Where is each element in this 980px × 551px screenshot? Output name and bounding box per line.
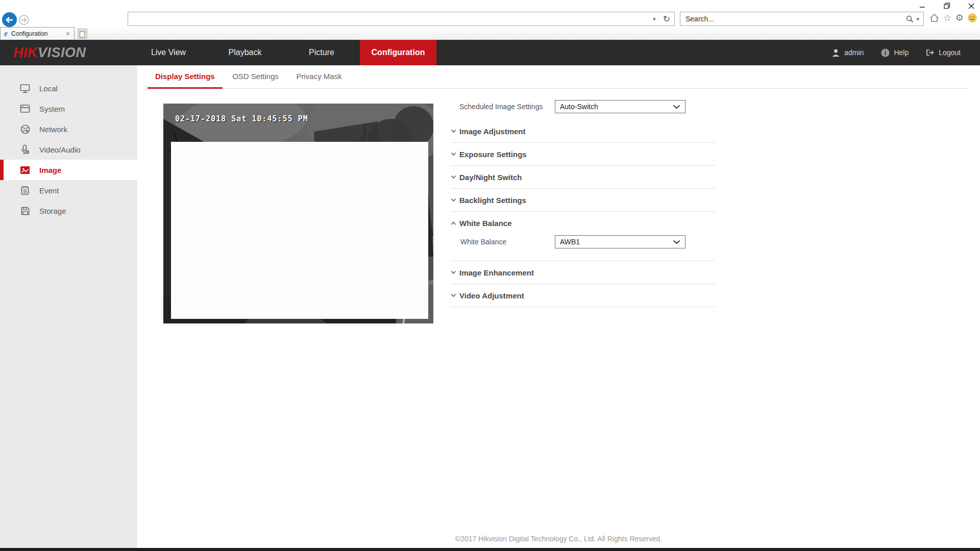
nav-playback[interactable]: Playback: [207, 40, 283, 65]
close-button[interactable]: [966, 1, 977, 11]
section-day-night-switch[interactable]: Day/Night Switch: [451, 166, 715, 189]
search-input[interactable]: [685, 15, 906, 23]
logout-icon: [926, 48, 935, 57]
section-white-balance[interactable]: White Balance: [451, 212, 715, 235]
browser-tab-configuration[interactable]: e Configuration ×: [0, 27, 75, 40]
section-backlight-settings[interactable]: Backlight Settings: [451, 189, 715, 212]
monitor-icon: [19, 83, 31, 93]
sidebar-label: Network: [39, 125, 67, 134]
system-icon: [19, 104, 31, 114]
white-balance-body: White Balance AWB1: [451, 235, 715, 261]
camera-preview: 02-17-2018 Sat 10:45:55 PM: [163, 104, 433, 323]
sidebar-label: Local: [39, 84, 58, 93]
forward-button[interactable]: [19, 15, 29, 25]
new-tab-icon: [79, 30, 86, 38]
logo-vision: VISION: [38, 45, 86, 61]
info-icon: [881, 48, 890, 57]
copyright-footer: ©2017 Hikvision Digital Technology Co., …: [137, 535, 980, 543]
back-button[interactable]: [2, 12, 17, 27]
sidebar-item-image[interactable]: Image: [0, 160, 137, 180]
sidebar-label: Image: [39, 166, 61, 174]
scheduled-image-settings-select[interactable]: Auto-Switch: [555, 100, 685, 113]
chevron-down-icon: [673, 105, 680, 109]
chevron-down-icon: [451, 152, 456, 156]
sidebar-item-network[interactable]: Network: [0, 119, 137, 139]
section-image-enhancement[interactable]: Image Enhancement: [451, 261, 715, 284]
select-value: AWB1: [560, 238, 580, 246]
app-header: HIKVISION Live View Playback Picture Con…: [0, 40, 980, 65]
tab-close-icon[interactable]: ×: [65, 30, 71, 38]
osd-timestamp: 02-17-2018 Sat 10:45:55 PM: [175, 114, 308, 123]
microphone-icon: [19, 144, 31, 155]
ie-favicon: e: [4, 29, 8, 38]
chevron-down-icon: [451, 175, 456, 179]
image-settings-panel: Scheduled Image Settings Auto-Switch Ima…: [451, 65, 715, 307]
user-menu[interactable]: admin: [831, 48, 864, 57]
sidebar-item-storage[interactable]: Storage: [0, 201, 137, 221]
scheduled-image-settings-label: Scheduled Image Settings: [459, 100, 543, 113]
smiley-feedback-icon[interactable]: [968, 13, 977, 22]
white-balance-select[interactable]: AWB1: [555, 235, 685, 248]
restore-button[interactable]: [941, 1, 952, 11]
sidebar-item-local[interactable]: Local: [0, 78, 137, 98]
address-dropdown-icon[interactable]: ▾: [653, 16, 656, 22]
sidebar-item-event[interactable]: Event: [0, 180, 137, 201]
tab-display-settings[interactable]: Display Settings: [148, 65, 223, 89]
logout-label: Logout: [939, 48, 961, 57]
chevron-down-icon: [451, 293, 456, 297]
section-title: Image Enhancement: [459, 268, 534, 277]
collapsible-sections: Image Adjustment Exposure Settings Day/N…: [451, 120, 715, 307]
forward-arrow-icon: [21, 17, 27, 22]
privacy-mask-overlay: [171, 142, 428, 319]
new-tab-button[interactable]: [78, 29, 87, 39]
section-exposure-settings[interactable]: Exposure Settings: [451, 143, 715, 166]
chevron-down-icon: [673, 240, 680, 244]
section-video-adjustment[interactable]: Video Adjustment: [451, 284, 715, 307]
browser-chrome: ▾ ↻ ▾ ☆ ⚙: [0, 0, 980, 40]
user-name: admin: [844, 48, 864, 57]
search-icon[interactable]: [906, 15, 914, 23]
nav-live-view[interactable]: Live View: [130, 40, 207, 65]
favorites-star-icon[interactable]: ☆: [943, 13, 951, 22]
section-image-adjustment[interactable]: Image Adjustment: [451, 120, 715, 143]
white-balance-label: White Balance: [460, 235, 506, 249]
sidebar-label: Storage: [39, 207, 66, 215]
main-panel: Display Settings OSD Settings Privacy Ma…: [137, 65, 980, 548]
nav-configuration[interactable]: Configuration: [360, 40, 436, 65]
tab-osd-settings[interactable]: OSD Settings: [225, 65, 286, 89]
scheduled-image-settings-row: Scheduled Image Settings Auto-Switch: [451, 100, 715, 113]
sidebar-item-system[interactable]: System: [0, 98, 137, 119]
home-icon[interactable]: [929, 13, 939, 22]
sidebar: Local System: [0, 65, 137, 548]
section-title: Backlight Settings: [459, 196, 526, 205]
sidebar-label: System: [39, 105, 65, 113]
refresh-icon[interactable]: ↻: [663, 15, 670, 23]
chevron-up-icon: [451, 221, 456, 226]
section-title: Day/Night Switch: [459, 173, 522, 182]
taskbar-edge: [0, 548, 980, 551]
help-button[interactable]: Help: [881, 48, 909, 57]
sidebar-item-video-audio[interactable]: Video/Audio: [0, 139, 137, 160]
section-title: Exposure Settings: [459, 150, 527, 159]
address-bar[interactable]: ▾ ↻: [128, 12, 675, 26]
search-dropdown-icon[interactable]: ▾: [916, 16, 919, 22]
sidebar-label: Event: [39, 186, 59, 195]
hikvision-logo: HIKVISION: [13, 40, 86, 65]
help-label: Help: [894, 48, 909, 57]
browser-action-icons: ☆ ⚙: [929, 13, 977, 22]
address-input[interactable]: [133, 15, 653, 23]
chevron-down-icon: [451, 270, 456, 274]
settings-gear-icon[interactable]: ⚙: [955, 13, 964, 22]
chevron-down-icon: [451, 198, 456, 202]
event-icon: [19, 185, 31, 195]
logout-button[interactable]: Logout: [926, 48, 961, 57]
select-value: Auto-Switch: [560, 103, 598, 111]
tab-privacy-mask[interactable]: Privacy Mask: [288, 65, 349, 89]
search-box[interactable]: ▾: [680, 12, 924, 26]
page: ▾ ↻ ▾ ☆ ⚙: [0, 0, 980, 551]
storage-icon: [19, 206, 31, 216]
window-controls: [917, 0, 977, 12]
chevron-down-icon: [451, 129, 456, 133]
minimize-button[interactable]: [917, 1, 928, 11]
nav-picture[interactable]: Picture: [283, 40, 360, 65]
